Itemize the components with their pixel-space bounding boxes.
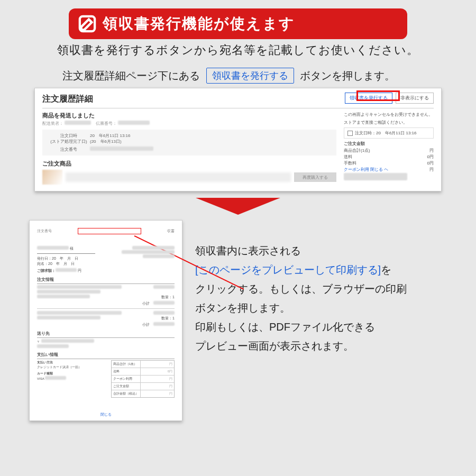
yen: 円 [78,269,81,272]
card-l: カード種類 [37,372,53,375]
blur [153,301,175,305]
step2-text: 領収書内に表示される [このページをプレビューして印刷する]を クリックする。も… [195,220,447,355]
edit-icon [78,15,96,33]
sum-title: ご注文金額 [344,141,434,147]
blur [37,285,122,289]
t-l: 商品合計（1点） [112,361,141,368]
step2-row: 注文番号 収書 様 発行日：20 年 月 日 宛名：20 年 月 日 ご請求額：… [29,220,447,421]
issue-receipt-button[interactable]: 領収書を発行する [345,93,392,104]
card-v: VISA [37,377,44,380]
order-history-panel: 領収書を発行する 非表示にする 注文履歴詳細 商品を発送しました 配送業者： 伝… [34,88,442,191]
calendar-icon [347,131,353,136]
sum-l: クーポン利用 閉じる ヘ [344,167,388,172]
order-no-label: 注文番号 [48,147,90,152]
doc-receipt-word: 収書 [167,228,175,234]
panel-right: この画面よりキャンセルをお受けできません。 ストアまで直接ご相談ください。 注文… [344,112,434,185]
t-l: ご注文金額 [112,383,141,390]
s2-blue: [このページをプレビューして印刷する] [195,264,381,276]
banner-title: 領収書発行機能が使えます [103,14,295,34]
blur [132,246,175,250]
blur [37,290,100,294]
t-r: 円 [141,383,174,390]
blur [344,173,407,180]
s2-l6: プレビュー画面が表示されます。 [195,336,447,355]
s2-l2a: を [381,264,391,276]
doc-sec-pay: 支払い情報 [37,352,175,359]
cancel-note1: この画面よりキャンセルをお受けできません。 [344,112,434,117]
doc-qty: 数量：1 [161,295,175,299]
s2-l4: ボタンを押します。 [195,298,447,317]
t-r: 円 [141,376,174,382]
sum-l: 手数料 [344,160,356,166]
t-l: クーポン利用 [112,376,141,382]
order-date-label: 注文日時 (ストア処理完了日) [48,133,90,144]
doc-sec-order: 注文情報 [37,277,175,284]
blur [37,311,122,315]
doc-meta2: 宛名：20 年 月 日 [37,261,95,267]
receipt-document: 注文番号 収書 様 発行日：20 年 月 日 宛名：20 年 月 日 ご請求額：… [29,220,182,421]
blur [41,339,94,343]
instruction-step1: 注文履歴詳細ページ下にある 領収書を発行する ボタンを押します。 [62,68,476,84]
ordered-items-title: ご注文商品 [42,160,336,168]
slip-label: 伝票番号： [96,121,117,126]
s2-l3: クリックする。もしくは、ブラウザーの印刷 [195,279,447,298]
hide-button[interactable]: 非表示にする [396,93,434,104]
pay-method-v: クレジットカード決済（一括） [37,365,106,370]
blur [143,254,175,258]
doc-sub: 小計 [142,301,150,305]
t-r: 0円 [141,368,174,375]
blur [122,250,175,254]
rebuy-button[interactable]: 再度購入する [294,172,336,182]
doc-sec-addr: 送り先 [37,331,175,338]
sum-r: 0円 [427,154,434,160]
doc-billing-label: ご請求額： [37,269,56,272]
svg-rect-0 [80,17,94,31]
order-meta-box: 注文日時 (ストア処理完了日) 20 年6月11日 13:16 (20 年6月1… [42,130,336,155]
instruction-document: 領収書発行機能が使えます 領収書を発行するボタンから宛名等を記載してお使いくださ… [0,8,476,476]
shipped-label: 商品を発送しました [42,112,336,120]
item-row: 再度購入する [42,170,336,185]
pay-method-l: 支払い方法 [37,361,53,364]
t-l: 合計金額（税込） [112,390,141,397]
blur [37,246,69,250]
date-badge: 注文日時：20 年6月11日 13:16 [344,127,434,139]
blur [90,147,153,151]
t-r: 円 [141,361,174,368]
subtitle: 領収書を発行するボタンから宛名等を記載してお使いください。 [0,42,476,58]
blur [153,285,175,289]
doc-meta1: 発行日：20 年 月 日 [37,256,95,261]
blur [45,376,66,380]
print-preview-button-highlight [78,228,141,234]
blur [56,268,77,272]
blur [153,322,175,326]
instr1-after: ボタンを押します。 [300,70,395,81]
sum-l: 商品合計(1点) [344,148,370,153]
t-l: 送料 [112,368,141,375]
doc-qty: 数量：1 [161,316,175,321]
blur [118,121,150,125]
cancel-note2: ストアまで直接ご相談ください。 [344,120,434,125]
s2-l5: 印刷もしくは、PDFファイル化できる [195,317,447,336]
sum-r: 0円 [427,160,434,166]
carrier-label: 配送業者： [42,121,63,126]
item-thumb [42,170,62,185]
panel-top-buttons: 領収書を発行する 非表示にする [345,93,434,104]
blur [37,295,90,298]
down-arrow-icon [196,198,280,215]
s2-l1: 領収書内に表示される [195,241,447,260]
sum-r: 円 [429,148,434,153]
date-badge-text: 注文日時：20 年6月11日 13:16 [355,130,417,136]
sum-r: 円 [429,167,434,172]
doc-sub: 小計 [142,323,150,326]
doc-order-no-label: 注文番号 [37,228,52,234]
doc-summary-table: 商品合計（1点）円 送料0円 クーポン利用円 ご注文金額円 合計金額（税込）円 [111,360,175,398]
order-date-value: 20 年6月11日 13:16 (20 年6月13日) [90,133,331,144]
blur [37,316,100,319]
instr1-before: 注文履歴詳細ページ下にある [62,70,200,81]
blur [65,121,91,125]
blur [66,172,291,182]
doc-page-link[interactable]: 閉じる [30,412,182,417]
banner: 領収書発行機能が使えます [69,8,407,39]
blur [153,311,175,315]
t-r: 円 [141,390,174,397]
